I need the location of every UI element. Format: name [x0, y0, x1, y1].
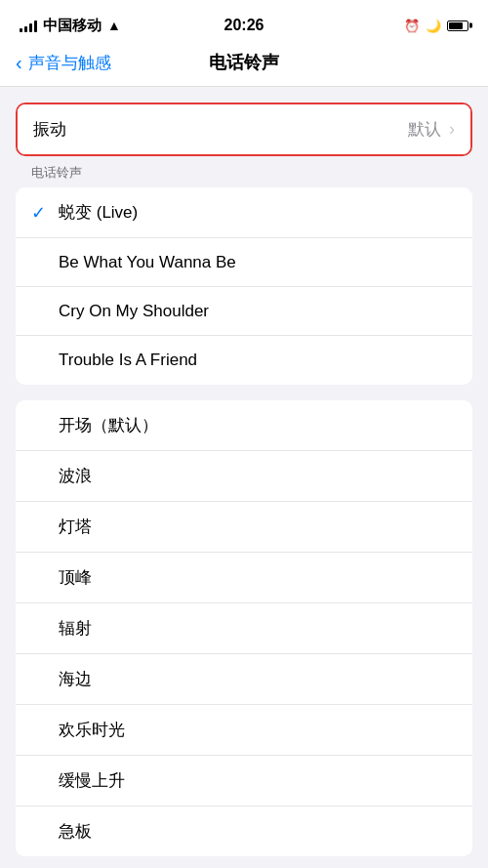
- ringtone-label: Be What You Wanna Be: [59, 253, 457, 272]
- ringtone-label: Trouble Is A Friend: [59, 351, 457, 370]
- list-item[interactable]: ✓ 蜕变 (Live): [16, 187, 472, 238]
- status-left: 中国移动 ▲: [20, 17, 121, 35]
- list-item[interactable]: Be What You Wanna Be: [16, 238, 472, 287]
- back-button[interactable]: ‹ 声音与触感: [16, 52, 111, 74]
- system-tone-label: 急板: [59, 820, 457, 843]
- system-tone-label: 海边: [59, 668, 457, 690]
- system-tone-label: 缓慢上升: [59, 769, 457, 792]
- back-label: 声音与触感: [28, 52, 111, 74]
- list-item[interactable]: 灯塔: [16, 502, 472, 553]
- carrier-label: 中国移动: [43, 17, 102, 35]
- nav-bar: ‹ 声音与触感 电话铃声: [0, 43, 488, 87]
- list-item[interactable]: 波浪: [16, 451, 472, 502]
- status-right: ⏰ 🌙: [404, 19, 468, 33]
- system-tone-label: 顶峰: [59, 566, 457, 589]
- list-item[interactable]: 欢乐时光: [16, 705, 472, 756]
- vibrate-value-group: 默认 ›: [408, 118, 455, 141]
- list-item[interactable]: 顶峰: [16, 553, 472, 603]
- nav-title: 电话铃声: [209, 51, 279, 74]
- ringtone-section-label: 电话铃声: [16, 156, 472, 187]
- vibrate-section: 振动 默认 ›: [16, 103, 472, 156]
- checkmark-icon: ✓: [31, 202, 59, 224]
- ringtone-list: ✓ 蜕变 (Live) Be What You Wanna Be Cry On …: [16, 187, 472, 385]
- section-spacer: [16, 385, 472, 400]
- vibrate-chevron-icon: ›: [449, 119, 455, 140]
- system-tone-label: 波浪: [59, 465, 457, 487]
- status-time: 20:26: [224, 17, 264, 34]
- dnd-icon: 🌙: [426, 19, 441, 33]
- back-chevron-icon: ‹: [16, 52, 22, 74]
- signal-icon: [20, 19, 37, 32]
- alarm-icon: ⏰: [404, 19, 420, 33]
- list-item[interactable]: 辐射: [16, 603, 472, 654]
- list-item[interactable]: 急板: [16, 806, 472, 856]
- system-tone-label: 开场（默认）: [59, 414, 457, 436]
- ringtone-label: 蜕变 (Live): [59, 201, 457, 224]
- content-area: 振动 默认 › 电话铃声 ✓ 蜕变 (Live) Be What You Wan…: [0, 103, 488, 856]
- system-tone-label: 欢乐时光: [59, 719, 457, 741]
- list-item[interactable]: Cry On My Shoulder: [16, 287, 472, 336]
- list-item[interactable]: Trouble Is A Friend: [16, 336, 472, 385]
- system-tone-label: 灯塔: [59, 516, 457, 538]
- vibrate-row[interactable]: 振动 默认 ›: [18, 104, 470, 154]
- status-bar: 中国移动 ▲ 20:26 ⏰ 🌙: [0, 0, 488, 43]
- list-item[interactable]: 缓慢上升: [16, 756, 472, 806]
- ringtone-label: Cry On My Shoulder: [59, 302, 457, 321]
- vibrate-value: 默认: [408, 118, 441, 141]
- list-item[interactable]: 开场（默认）: [16, 400, 472, 451]
- system-tone-list: 开场（默认） 波浪 灯塔 顶峰 辐射 海边 欢乐时光 缓慢上升 急板: [16, 400, 472, 856]
- page: 中国移动 ▲ 20:26 ⏰ 🌙 ‹ 声音与触感 电话铃声: [0, 0, 488, 868]
- system-tone-label: 辐射: [59, 617, 457, 640]
- vibrate-label: 振动: [33, 118, 66, 141]
- list-item[interactable]: 海边: [16, 654, 472, 705]
- wifi-icon: ▲: [107, 18, 121, 33]
- battery-icon: [447, 21, 468, 31]
